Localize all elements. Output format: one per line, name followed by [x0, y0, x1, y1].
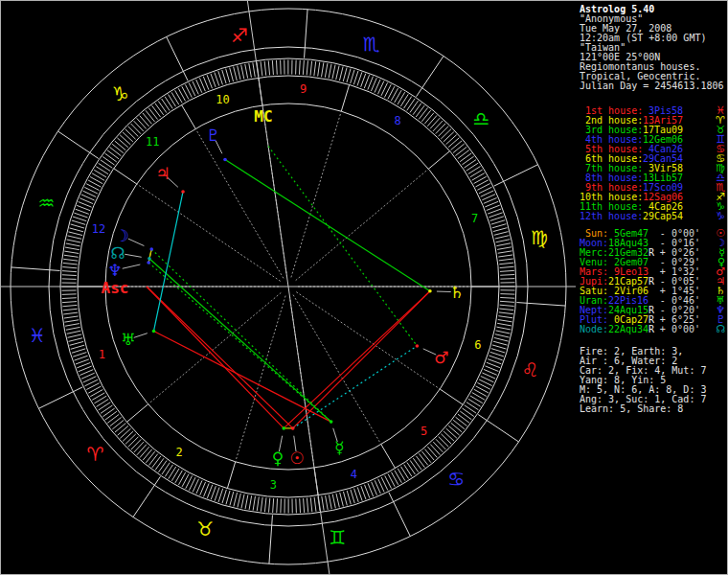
degree-tick	[494, 232, 509, 236]
degree-tick	[69, 338, 83, 342]
degree-tick	[439, 126, 449, 137]
degree-tick	[407, 99, 415, 110]
degree-tick	[94, 396, 106, 403]
degree-tick	[97, 399, 109, 406]
degree-tick	[500, 279, 514, 280]
degree-tick	[419, 108, 427, 120]
degree-tick	[300, 498, 301, 513]
degree-tick	[134, 442, 144, 452]
sign-glyph-aquarius: ♒	[38, 192, 56, 215]
sign-boundary	[305, 10, 308, 58]
degree-tick	[339, 66, 343, 80]
degree-tick	[65, 247, 80, 250]
degree-tick	[357, 487, 362, 500]
degree-tick	[340, 493, 344, 507]
degree-tick	[448, 426, 459, 435]
degree-tick	[218, 71, 223, 84]
planet-pointer	[128, 239, 145, 245]
house-number: 9	[300, 82, 307, 96]
degree-tick	[446, 428, 457, 438]
house-number: 10	[216, 93, 229, 106]
degree-tick	[65, 324, 80, 327]
degree-tick	[499, 263, 513, 264]
degree-tick	[410, 460, 419, 472]
degree-tick	[433, 442, 443, 452]
degree-tick	[332, 65, 335, 80]
degree-tick	[152, 456, 161, 468]
aspect-line-square	[293, 291, 430, 428]
degree-tick	[436, 439, 445, 449]
degree-tick	[498, 316, 512, 318]
degree-tick	[230, 68, 234, 81]
planet-glyph-plut: ♇	[206, 126, 220, 145]
degree-tick	[73, 353, 86, 357]
house-number: 8	[394, 114, 400, 127]
degree-tick	[76, 209, 89, 214]
degree-tick	[92, 173, 104, 180]
degree-tick	[211, 74, 216, 87]
degree-tick	[120, 135, 130, 145]
degree-tick	[66, 327, 80, 330]
degree-tick	[463, 408, 474, 417]
degree-tick	[71, 224, 84, 228]
house-cusp	[126, 404, 148, 423]
degree-tick	[416, 105, 424, 117]
degree-tick	[107, 414, 119, 423]
degree-tick	[466, 163, 479, 171]
degree-tick	[466, 402, 479, 410]
degree-tick	[218, 489, 223, 502]
degree-tick	[361, 486, 366, 499]
degree-tick	[413, 104, 421, 115]
degree-tick	[500, 297, 514, 298]
degree-tick	[276, 60, 277, 75]
degree-tick	[134, 121, 144, 131]
aspect-line-trine	[225, 160, 430, 291]
degree-tick	[264, 497, 266, 512]
element-statistics: Fire: 2, Earth: 3,Air : 6, Water: 2Car: …	[580, 347, 725, 414]
planet-icon: ☊	[716, 325, 725, 334]
degree-tick	[347, 491, 351, 504]
planet-glyph-nept: ♆	[107, 261, 122, 280]
house-number: 11	[146, 135, 159, 149]
degree-tick	[468, 399, 481, 406]
degree-tick	[498, 255, 512, 257]
house-cusp-list: 1st house:3Pis58♓ 2nd house:13Ari57♈ 3rd…	[580, 106, 725, 221]
degree-tick	[424, 113, 434, 124]
degree-tick	[62, 298, 77, 299]
degree-tick	[63, 259, 78, 261]
planet-dot	[149, 247, 153, 251]
degree-tick	[498, 251, 512, 253]
degree-tick	[451, 423, 462, 432]
degree-tick	[439, 437, 449, 448]
degree-tick	[404, 465, 412, 477]
degree-tick	[76, 359, 89, 364]
degree-tick	[351, 70, 354, 83]
degree-tick	[74, 213, 87, 218]
degree-tick	[234, 493, 238, 507]
degree-tick	[253, 496, 255, 511]
sign-glyph-capricorn: ♑	[112, 82, 129, 105]
sign-glyph-aries: ♈	[87, 443, 104, 466]
degree-tick	[215, 487, 219, 500]
degree-tick	[175, 471, 182, 483]
degree-tick	[455, 147, 466, 155]
degree-tick	[62, 271, 77, 272]
degree-tick	[329, 494, 331, 509]
degree-tick	[62, 294, 77, 295]
degree-tick	[492, 224, 506, 228]
midheaven-label: MC	[254, 107, 272, 126]
stats-line: Learn: 5, Share: 8	[580, 404, 725, 414]
degree-tick	[489, 213, 502, 218]
degree-tick	[272, 60, 273, 75]
degree-tick	[123, 431, 133, 441]
degree-tick	[303, 60, 304, 75]
degree-tick	[436, 124, 445, 134]
degree-tick	[490, 352, 504, 356]
degree-tick	[118, 426, 128, 435]
degree-tick	[155, 458, 164, 470]
degree-tick	[441, 129, 451, 139]
planet-dot	[181, 190, 185, 194]
degree-tick	[398, 469, 405, 481]
degree-tick	[120, 428, 130, 438]
degree-tick	[491, 349, 505, 353]
